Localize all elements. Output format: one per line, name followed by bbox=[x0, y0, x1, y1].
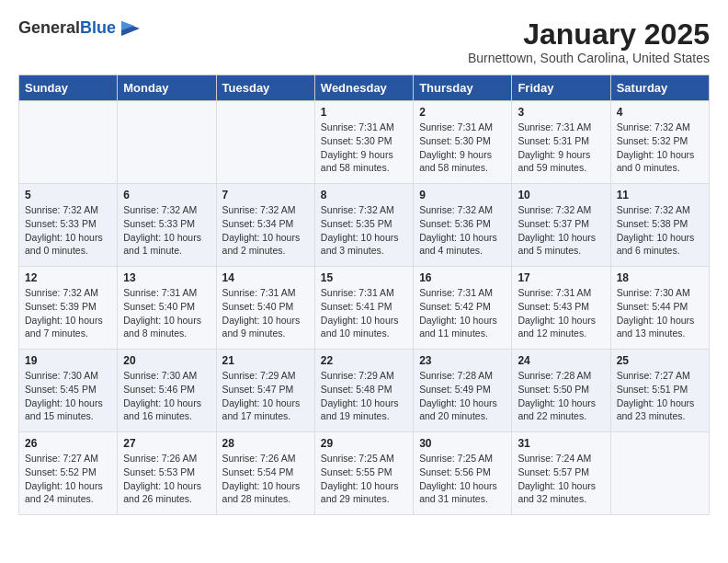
week-row-3: 19Sunrise: 7:30 AM Sunset: 5:45 PM Dayli… bbox=[19, 350, 710, 432]
calendar-cell: 1Sunrise: 7:31 AM Sunset: 5:30 PM Daylig… bbox=[314, 101, 413, 184]
day-info: Sunrise: 7:31 AM Sunset: 5:40 PM Dayligh… bbox=[123, 286, 210, 340]
day-info: Sunrise: 7:31 AM Sunset: 5:30 PM Dayligh… bbox=[321, 121, 407, 175]
day-info: Sunrise: 7:27 AM Sunset: 5:52 PM Dayligh… bbox=[25, 452, 111, 506]
day-number: 12 bbox=[25, 271, 111, 284]
day-number: 24 bbox=[518, 354, 604, 367]
calendar-cell: 19Sunrise: 7:30 AM Sunset: 5:45 PM Dayli… bbox=[19, 350, 118, 432]
day-number: 22 bbox=[321, 354, 407, 367]
day-info: Sunrise: 7:32 AM Sunset: 5:33 PM Dayligh… bbox=[25, 203, 111, 258]
calendar-cell: 21Sunrise: 7:29 AM Sunset: 5:47 PM Dayli… bbox=[216, 350, 314, 432]
day-info: Sunrise: 7:25 AM Sunset: 5:55 PM Dayligh… bbox=[321, 452, 407, 506]
calendar-cell: 31Sunrise: 7:24 AM Sunset: 5:57 PM Dayli… bbox=[512, 432, 610, 515]
header-wednesday: Wednesday bbox=[314, 75, 413, 101]
day-number: 16 bbox=[419, 271, 506, 284]
day-info: Sunrise: 7:32 AM Sunset: 5:37 PM Dayligh… bbox=[518, 203, 604, 258]
day-info: Sunrise: 7:28 AM Sunset: 5:49 PM Dayligh… bbox=[419, 369, 506, 423]
header-thursday: Thursday bbox=[414, 75, 512, 101]
week-row-1: 5Sunrise: 7:32 AM Sunset: 5:33 PM Daylig… bbox=[19, 184, 710, 267]
calendar-cell: 30Sunrise: 7:25 AM Sunset: 5:56 PM Dayli… bbox=[414, 432, 512, 515]
day-info: Sunrise: 7:32 AM Sunset: 5:33 PM Dayligh… bbox=[123, 203, 210, 258]
month-title: January 2025 bbox=[468, 18, 710, 51]
calendar-cell: 3Sunrise: 7:31 AM Sunset: 5:31 PM Daylig… bbox=[512, 101, 610, 184]
day-info: Sunrise: 7:31 AM Sunset: 5:41 PM Dayligh… bbox=[321, 286, 407, 340]
calendar-cell: 16Sunrise: 7:31 AM Sunset: 5:42 PM Dayli… bbox=[414, 267, 512, 350]
day-number: 9 bbox=[419, 189, 506, 201]
calendar-cell: 2Sunrise: 7:31 AM Sunset: 5:30 PM Daylig… bbox=[414, 101, 512, 184]
calendar-cell: 17Sunrise: 7:31 AM Sunset: 5:43 PM Dayli… bbox=[512, 267, 610, 350]
day-info: Sunrise: 7:26 AM Sunset: 5:53 PM Dayligh… bbox=[123, 452, 210, 506]
calendar-cell: 4Sunrise: 7:32 AM Sunset: 5:32 PM Daylig… bbox=[610, 101, 709, 184]
header-sunday: Sunday bbox=[19, 75, 118, 101]
day-info: Sunrise: 7:31 AM Sunset: 5:31 PM Dayligh… bbox=[518, 121, 604, 175]
day-number: 17 bbox=[518, 271, 604, 284]
calendar-cell: 12Sunrise: 7:32 AM Sunset: 5:39 PM Dayli… bbox=[19, 267, 118, 350]
calendar-cell: 7Sunrise: 7:32 AM Sunset: 5:34 PM Daylig… bbox=[216, 184, 314, 267]
day-number: 15 bbox=[321, 271, 407, 284]
day-number: 5 bbox=[25, 189, 111, 201]
location-text: Burnettown, South Carolina, United State… bbox=[468, 51, 710, 65]
calendar-cell: 6Sunrise: 7:32 AM Sunset: 5:33 PM Daylig… bbox=[118, 184, 216, 267]
header-friday: Friday bbox=[512, 75, 610, 101]
day-number: 25 bbox=[617, 354, 703, 367]
week-row-0: 1Sunrise: 7:31 AM Sunset: 5:30 PM Daylig… bbox=[19, 101, 710, 184]
logo-general: General bbox=[18, 18, 80, 37]
calendar-cell: 27Sunrise: 7:26 AM Sunset: 5:53 PM Dayli… bbox=[118, 432, 216, 515]
calendar-cell: 10Sunrise: 7:32 AM Sunset: 5:37 PM Dayli… bbox=[512, 184, 610, 267]
day-info: Sunrise: 7:32 AM Sunset: 5:36 PM Dayligh… bbox=[419, 203, 506, 258]
calendar-cell: 14Sunrise: 7:31 AM Sunset: 5:40 PM Dayli… bbox=[216, 267, 314, 350]
day-number: 14 bbox=[222, 271, 309, 284]
day-number: 2 bbox=[419, 106, 506, 119]
day-number: 18 bbox=[617, 271, 703, 284]
week-row-4: 26Sunrise: 7:27 AM Sunset: 5:52 PM Dayli… bbox=[19, 432, 710, 515]
header-tuesday: Tuesday bbox=[216, 75, 314, 101]
day-info: Sunrise: 7:25 AM Sunset: 5:56 PM Dayligh… bbox=[419, 452, 506, 506]
day-info: Sunrise: 7:32 AM Sunset: 5:35 PM Dayligh… bbox=[321, 203, 407, 258]
calendar-cell: 24Sunrise: 7:28 AM Sunset: 5:50 PM Dayli… bbox=[512, 350, 610, 432]
calendar-cell: 5Sunrise: 7:32 AM Sunset: 5:33 PM Daylig… bbox=[19, 184, 118, 267]
day-info: Sunrise: 7:26 AM Sunset: 5:54 PM Dayligh… bbox=[222, 452, 309, 506]
day-number: 23 bbox=[419, 354, 506, 367]
day-number: 27 bbox=[123, 437, 210, 450]
day-info: Sunrise: 7:31 AM Sunset: 5:30 PM Dayligh… bbox=[419, 121, 506, 175]
calendar-cell: 23Sunrise: 7:28 AM Sunset: 5:49 PM Dayli… bbox=[414, 350, 512, 432]
calendar-cell: 13Sunrise: 7:31 AM Sunset: 5:40 PM Dayli… bbox=[118, 267, 216, 350]
calendar-cell bbox=[19, 101, 118, 184]
calendar-body: 1Sunrise: 7:31 AM Sunset: 5:30 PM Daylig… bbox=[19, 101, 710, 515]
day-number: 31 bbox=[518, 437, 604, 450]
day-info: Sunrise: 7:29 AM Sunset: 5:47 PM Dayligh… bbox=[222, 369, 309, 423]
day-info: Sunrise: 7:30 AM Sunset: 5:44 PM Dayligh… bbox=[617, 286, 703, 340]
day-number: 10 bbox=[518, 189, 604, 201]
calendar-cell: 15Sunrise: 7:31 AM Sunset: 5:41 PM Dayli… bbox=[314, 267, 413, 350]
logo-text: GeneralBlue bbox=[18, 18, 116, 38]
day-number: 8 bbox=[321, 189, 407, 201]
week-row-2: 12Sunrise: 7:32 AM Sunset: 5:39 PM Dayli… bbox=[19, 267, 710, 350]
logo-blue: Blue bbox=[80, 18, 116, 37]
day-number: 13 bbox=[123, 271, 210, 284]
logo-flag-icon bbox=[121, 21, 142, 36]
day-number: 28 bbox=[222, 437, 309, 450]
page-header: GeneralBlue January 2025 Burnettown, Sou… bbox=[18, 18, 710, 65]
day-number: 29 bbox=[321, 437, 407, 450]
calendar-table: SundayMondayTuesdayWednesdayThursdayFrid… bbox=[18, 75, 710, 515]
day-info: Sunrise: 7:31 AM Sunset: 5:40 PM Dayligh… bbox=[222, 286, 309, 340]
calendar-cell: 25Sunrise: 7:27 AM Sunset: 5:51 PM Dayli… bbox=[610, 350, 709, 432]
day-info: Sunrise: 7:32 AM Sunset: 5:38 PM Dayligh… bbox=[617, 203, 703, 258]
day-number: 6 bbox=[123, 189, 210, 201]
header-row: SundayMondayTuesdayWednesdayThursdayFrid… bbox=[19, 75, 710, 101]
calendar-cell: 9Sunrise: 7:32 AM Sunset: 5:36 PM Daylig… bbox=[414, 184, 512, 267]
calendar-cell bbox=[216, 101, 314, 184]
header-saturday: Saturday bbox=[610, 75, 709, 101]
day-info: Sunrise: 7:30 AM Sunset: 5:46 PM Dayligh… bbox=[123, 369, 210, 423]
day-number: 21 bbox=[222, 354, 309, 367]
day-info: Sunrise: 7:31 AM Sunset: 5:43 PM Dayligh… bbox=[518, 286, 604, 340]
calendar-cell: 8Sunrise: 7:32 AM Sunset: 5:35 PM Daylig… bbox=[314, 184, 413, 267]
day-number: 7 bbox=[222, 189, 309, 201]
calendar-cell bbox=[610, 432, 709, 515]
calendar-header: SundayMondayTuesdayWednesdayThursdayFrid… bbox=[19, 75, 710, 101]
day-number: 4 bbox=[617, 106, 703, 119]
calendar-cell: 28Sunrise: 7:26 AM Sunset: 5:54 PM Dayli… bbox=[216, 432, 314, 515]
day-number: 11 bbox=[617, 189, 703, 201]
day-number: 26 bbox=[25, 437, 111, 450]
calendar-cell: 22Sunrise: 7:29 AM Sunset: 5:48 PM Dayli… bbox=[314, 350, 413, 432]
day-info: Sunrise: 7:30 AM Sunset: 5:45 PM Dayligh… bbox=[25, 369, 111, 423]
